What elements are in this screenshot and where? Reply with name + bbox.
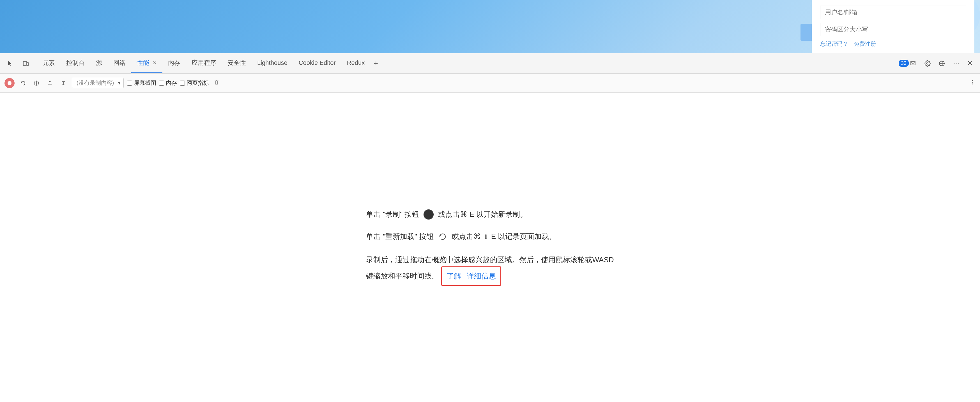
tabs-area: 元素 控制台 源 网络 性能 ✕ 内存 应用程序 安全性 Lighthouse … [37,53,896,73]
remote-devices-button[interactable] [936,59,947,68]
stop-button[interactable] [32,78,41,88]
learn-more-box: 了解 详细信息 [441,266,501,286]
svg-point-20 [972,80,973,81]
checkbox-group: 屏幕截图 内存 网页指标 [127,79,209,87]
web-metric-checkbox-label[interactable]: 网页指标 [180,79,209,87]
learn-link[interactable]: 了解 [447,270,461,283]
download-button[interactable] [58,78,68,88]
secondary-toolbar: (没有录制内容) ▼ 屏幕截图 内存 网页指标 [0,73,980,93]
clear-button[interactable] [213,79,220,87]
toolbar-right: 33 ⋯ ✕ [896,58,975,69]
svg-point-22 [972,83,973,84]
settings-button[interactable] [922,59,933,68]
tab-performance[interactable]: 性能 ✕ [131,53,162,73]
svg-point-16 [8,81,11,85]
device-toggle-btn[interactable] [20,58,32,69]
record-dot-icon [423,209,434,220]
tab-lighthouse[interactable]: Lighthouse [251,53,293,73]
tab-application[interactable]: 应用程序 [186,53,222,73]
username-input[interactable] [820,6,966,19]
tab-performance-close[interactable]: ✕ [153,60,157,66]
memory-checkbox[interactable] [159,81,164,86]
tab-memory[interactable]: 内存 [162,53,186,73]
memory-checkbox-label[interactable]: 内存 [159,79,177,87]
cursor-icon-btn[interactable] [5,58,16,69]
devtools-toolbar: 元素 控制台 源 网络 性能 ✕ 内存 应用程序 安全性 Lighthouse … [0,53,980,73]
tab-redux[interactable]: Redux [341,53,371,73]
reload-record-button[interactable] [18,78,28,88]
close-devtools-button[interactable]: ✕ [965,58,975,69]
add-tab-button[interactable]: + [370,58,382,69]
tab-network[interactable]: 网络 [108,53,131,73]
messages-badge: 33 [899,60,909,67]
reload-icon [438,232,447,241]
tab-security[interactable]: 安全性 [222,53,251,73]
messages-button[interactable]: 33 [896,59,918,68]
more-options-button[interactable]: ⋯ [951,59,961,68]
instruction3-line2-part: 键缩放和平移时间线。 [366,272,439,280]
web-metric-checkbox[interactable] [180,81,185,86]
toolbar-icons-left [5,58,32,69]
more-settings-button[interactable] [969,79,975,87]
tab-console[interactable]: 控制台 [60,53,90,73]
dropdown-arrow-icon: ▼ [117,81,121,85]
instruction3-line1: 录制后，通过拖动在概览中选择感兴趣的区域。然后，使用鼠标滚轮或WASD [366,255,614,264]
no-content-label: (没有录制内容) [74,79,116,87]
svg-point-21 [972,82,973,83]
main-content: 单击 "录制" 按钮 或点击⌘ E 以开始新录制。 单击 "重新加载" 按钮 或… [0,93,980,402]
content-dropdown[interactable]: (没有录制内容) ▼ [72,78,124,88]
svg-rect-14 [27,62,29,65]
instruction1-prefix: 单击 "录制" 按钮 [366,209,419,220]
register-link[interactable]: 免费注册 [854,40,876,48]
tab-cookie-editor[interactable]: Cookie Editor [293,53,341,73]
instruction-line-2: 单击 "重新加载" 按钮 或点击⌘ ⇧ E 以记录页面加载。 [366,231,614,242]
instruction2-suffix: 或点击⌘ ⇧ E 以记录页面加载。 [452,231,556,242]
tab-elements[interactable]: 元素 [37,53,60,73]
instruction-area: 单击 "录制" 按钮 或点击⌘ E 以开始新录制。 单击 "重新加载" 按钮 或… [366,209,614,286]
tab-sources[interactable]: 源 [90,53,108,73]
banner: 忘记密码？ 免费注册 [0,0,980,53]
instruction-block-3: 录制后，通过拖动在概览中选择感兴趣的区域。然后，使用鼠标滚轮或WASD 键缩放和… [366,253,614,286]
instruction2-prefix: 单击 "重新加载" 按钮 [366,231,434,242]
detail-link[interactable]: 详细信息 [467,270,496,283]
screenshot-checkbox-label[interactable]: 屏幕截图 [127,79,156,87]
screenshot-checkbox[interactable] [127,81,132,86]
forgot-password-link[interactable]: 忘记密码？ [820,40,848,48]
svg-rect-13 [23,61,27,65]
instruction-line-1: 单击 "录制" 按钮 或点击⌘ E 以开始新录制。 [366,209,614,220]
password-input[interactable] [820,23,966,37]
login-panel: 忘记密码？ 免费注册 [812,0,974,53]
record-button[interactable] [5,78,14,88]
instruction1-suffix: 或点击⌘ E 以开始新录制。 [438,209,527,220]
upload-button[interactable] [45,78,55,88]
